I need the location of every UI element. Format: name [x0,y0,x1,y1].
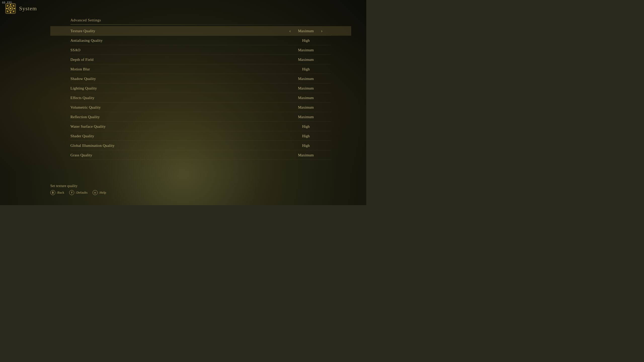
setting-value: Maximum [296,96,316,100]
setting-item[interactable]: Global Illumination Quality ‹ High › [50,141,351,150]
section-title: Advanced Settings [50,18,351,22]
settings-list: Texture Quality ‹ Maximum › Antialiasing… [50,26,351,160]
svg-rect-4 [10,12,11,13]
control-button[interactable]: Y :Defaults [69,190,88,195]
setting-name: Motion Blur [70,67,281,71]
btn-label: :Help [99,191,106,195]
setting-value: Maximum [296,48,316,52]
setting-name: Reflection Quality [70,115,281,119]
setting-item[interactable]: Shadow Quality ‹ Maximum › [50,74,351,83]
page-title: System [19,5,37,12]
main-panel: Advanced Settings Texture Quality ‹ Maxi… [50,18,351,175]
setting-item[interactable]: Depth of Field ‹ Maximum › [50,55,351,64]
setting-name: Water Surface Quality [70,124,281,129]
setting-name: Global Illumination Quality [70,144,281,148]
section-divider [70,24,351,25]
setting-item[interactable]: Water Surface Quality ‹ High › [50,122,351,131]
svg-point-2 [10,8,11,9]
setting-value-area: ‹ Maximum › [281,48,331,52]
setting-item[interactable]: Lighting Quality ‹ Maximum › [50,83,351,93]
setting-item[interactable]: SSAO ‹ Maximum › [50,45,351,55]
setting-item[interactable]: Grass Quality ‹ Maximum › [50,150,351,160]
setting-value-area: ‹ High › [281,67,331,71]
setting-name: Grass Quality [70,153,281,157]
setting-value: Maximum [296,105,316,110]
setting-value-area: ‹ High › [281,143,331,148]
setting-value-area: ‹ High › [281,134,331,138]
arrow-left[interactable]: ‹ [289,29,291,33]
setting-item[interactable]: Reflection Quality ‹ Maximum › [50,112,351,122]
setting-value-area: ‹ High › [281,124,331,129]
setting-item[interactable]: Volumetric Quality ‹ Maximum › [50,103,351,112]
btn-label: :Defaults [75,191,88,195]
setting-name: Shader Quality [70,134,281,138]
header: System [5,3,37,14]
setting-name: Texture Quality [70,29,281,33]
setting-name: Depth of Field [70,58,281,62]
setting-value-area: ‹ Maximum › [281,115,331,119]
setting-item[interactable]: Shader Quality ‹ High › [50,131,351,141]
setting-value: Maximum [296,115,316,119]
setting-value: Maximum [296,86,316,90]
setting-value-area: ‹ Maximum › [281,57,331,62]
control-button[interactable]: ☆ :Help [93,190,106,195]
setting-name: SSAO [70,48,281,52]
hint-text: Set texture quality [50,184,106,188]
setting-name: Shadow Quality [70,77,281,81]
btn-label: :Back [57,191,64,195]
setting-value: High [296,38,316,43]
system-icon [5,3,16,14]
setting-value-area: ‹ Maximum › [281,105,331,110]
svg-rect-6 [14,8,15,9]
setting-name: Lighting Quality [70,86,281,90]
btn-circle-icon: Y [69,190,74,195]
setting-value: Maximum [296,153,316,157]
setting-value: Maximum [296,29,316,33]
setting-value: High [296,124,316,129]
controls-bar: B :Back Y :Defaults ☆ :Help [50,190,106,195]
setting-value: Maximum [296,77,316,81]
setting-item[interactable]: Antialiasing Quality ‹ High › [50,36,351,45]
setting-value: High [296,134,316,138]
setting-item[interactable]: Motion Blur ‹ High › [50,64,351,74]
setting-value-area: ‹ Maximum › [281,86,331,90]
setting-name: Volumetric Quality [70,105,281,110]
btn-circle-icon: B [50,190,55,195]
setting-item[interactable]: Texture Quality ‹ Maximum › [50,26,351,36]
svg-rect-5 [6,8,8,9]
btn-circle-icon: ☆ [93,190,98,195]
help-bar: Set texture quality B :Back Y :Defaults … [50,184,106,195]
setting-name: Effects Quality [70,96,281,100]
setting-item[interactable]: Effects Quality ‹ Maximum › [50,93,351,103]
setting-value-area: ‹ High › [281,38,331,43]
setting-value-area: ‹ Maximum › [281,153,331,157]
setting-value-area: ‹ Maximum › [281,76,331,81]
setting-value-area: ‹ Maximum › [281,96,331,100]
setting-value: High [296,67,316,71]
setting-value: Maximum [296,58,316,62]
setting-name: Antialiasing Quality [70,38,281,43]
arrow-right[interactable]: › [321,29,323,33]
svg-rect-3 [10,4,11,6]
setting-value: High [296,144,316,148]
control-button[interactable]: B :Back [50,190,64,195]
setting-value-area: ‹ Maximum › [281,29,331,33]
